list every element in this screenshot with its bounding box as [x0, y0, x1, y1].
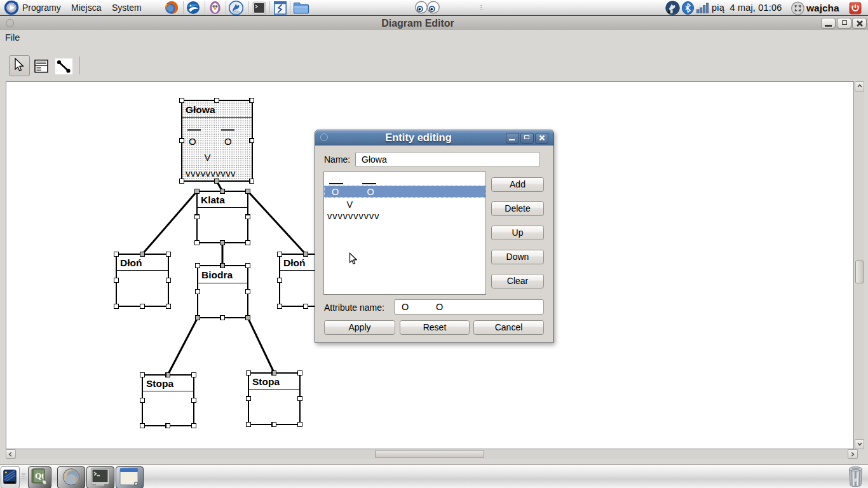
svg-text:Qt: Qt [35, 471, 44, 480]
svg-text:O: O [224, 136, 232, 147]
svg-text:V: V [205, 152, 211, 163]
svg-text:O: O [189, 136, 196, 147]
svg-text:Stopa: Stopa [252, 376, 280, 387]
svg-text:Dłoń: Dłoń [283, 257, 305, 268]
svg-text:Dłoń: Dłoń [120, 257, 142, 268]
svg-text:Biodra: Biodra [201, 269, 233, 280]
svg-text:Głowa: Głowa [186, 104, 215, 115]
svg-text:Klata: Klata [201, 194, 225, 205]
svg-text:vvvvvvvvvv: vvvvvvvvvv [186, 168, 236, 179]
svg-text:Stopa: Stopa [146, 378, 173, 389]
